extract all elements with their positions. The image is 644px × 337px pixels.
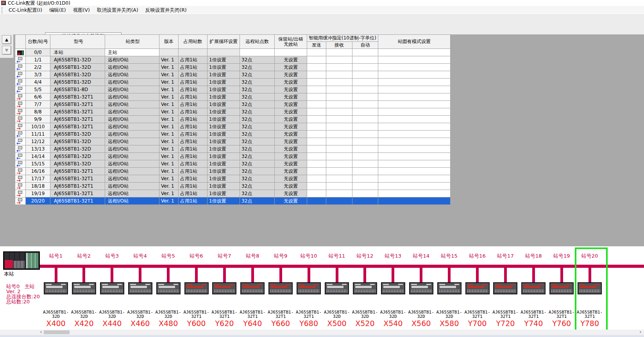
row-up-button[interactable]: ▲ — [2, 35, 11, 44]
cell-points[interactable]: 32点 — [240, 131, 275, 138]
cell-points[interactable]: 32点 — [240, 145, 275, 153]
cell-count-station[interactable]: 13/13 — [26, 145, 50, 153]
cell-reserve[interactable]: 无设置 — [275, 175, 307, 183]
table-row[interactable]: → 9/9 AJ65SBTB1-32T1 远程I/O站 Ver. 1 占用1站 … — [15, 116, 451, 123]
cell-receive[interactable] — [326, 160, 352, 168]
cell-station-type[interactable]: 远程I/O站 — [105, 64, 159, 71]
cell-receive[interactable] — [326, 138, 352, 145]
cell-mode[interactable] — [378, 131, 450, 138]
cell-send[interactable] — [307, 93, 326, 101]
cell-station-type[interactable]: 远程I/O站 — [105, 190, 159, 197]
cell-send[interactable] — [307, 153, 326, 160]
cell-model[interactable]: AJ65SBTB1-32T1 — [50, 197, 105, 205]
remote-device-image[interactable] — [100, 282, 124, 294]
remote-device-image[interactable] — [549, 282, 574, 294]
diagram-station[interactable]: 站号20 AJ65SBTB1-32T1 Y780 — [576, 247, 604, 329]
cell-auto[interactable] — [352, 131, 378, 138]
cell-occupied[interactable]: 占用1站 — [179, 197, 208, 205]
cell-auto[interactable] — [352, 49, 378, 56]
cell-model[interactable]: AJ65SBTB1-32T1 — [50, 190, 105, 197]
table-row[interactable]: → 7/7 AJ65SBTB1-32T1 远程I/O站 Ver. 1 占用1站 … — [15, 101, 451, 108]
cell-station-type[interactable]: 远程I/O站 — [105, 93, 159, 101]
cell-auto[interactable] — [352, 101, 378, 108]
cell-points[interactable]: 32点 — [240, 183, 275, 190]
cell-auto[interactable] — [352, 79, 378, 86]
cell-occupied[interactable]: 占用1站 — [179, 93, 208, 101]
cell-count-station[interactable]: 9/9 — [26, 116, 50, 123]
diagram-station[interactable]: 站号19 AJ65SBTB1-32T1 Y760 — [547, 247, 576, 329]
cell-reserve[interactable]: 无设置 — [275, 131, 307, 138]
cell-station-type[interactable]: 远程I/O站 — [105, 168, 159, 175]
cell-count-station[interactable]: 2/2 — [26, 64, 50, 71]
cell-reserve[interactable]: 无设置 — [275, 190, 307, 197]
cell-version[interactable]: Ver. 1 — [159, 123, 179, 131]
cell-send[interactable] — [307, 116, 326, 123]
cell-occupied[interactable]: 占用1站 — [179, 175, 208, 183]
cell-occupied[interactable]: 占用1站 — [179, 138, 208, 145]
cell-station-type[interactable]: 远程I/O站 — [105, 108, 159, 116]
table-row[interactable]: ← 4/4 AJ65SBTB1-32D 远程I/O站 Ver. 1 占用1站 1… — [15, 79, 451, 86]
diagram-station[interactable]: 站号6 AJ65SBTB1-32T1 Y600 — [182, 247, 211, 329]
menu-edit[interactable]: 编辑(E) — [46, 6, 70, 14]
cell-mode[interactable] — [378, 79, 450, 86]
cell-auto[interactable] — [352, 116, 378, 123]
diagram-station[interactable]: 站号2 AJ65SBTB1-32D X420 — [70, 247, 98, 329]
cell-receive[interactable] — [326, 101, 352, 108]
cell-receive[interactable] — [326, 145, 352, 153]
table-row[interactable]: ← 5/5 AJ65SBTB1-8D 远程I/O站 Ver. 1 占用1站 1倍… — [15, 86, 451, 93]
remote-device-image[interactable] — [521, 282, 546, 294]
cell-station-type[interactable]: 远程I/O站 — [105, 101, 159, 108]
cell-reserve[interactable]: 无设置 — [275, 183, 307, 190]
cell-send[interactable] — [307, 160, 326, 168]
cell-points[interactable]: 32点 — [240, 56, 275, 64]
cell-model[interactable]: 本站 — [50, 49, 105, 56]
table-row[interactable]: ← 14/14 AJ65SBTB1-32D 远程I/O站 Ver. 1 占用1站… — [15, 153, 451, 160]
remote-device-image[interactable] — [465, 282, 490, 294]
cell-station-type[interactable]: 远程I/O站 — [105, 153, 159, 160]
remote-device-image[interactable] — [353, 282, 377, 294]
cell-send[interactable] — [307, 123, 326, 131]
cell-version[interactable]: Ver. 1 — [159, 108, 179, 116]
cell-count-station[interactable]: 8/8 — [26, 108, 50, 116]
cell-version[interactable]: Ver. 1 — [159, 138, 179, 145]
cell-version[interactable]: Ver. 1 — [159, 64, 179, 71]
cell-receive[interactable] — [326, 175, 352, 183]
diagram-station[interactable]: 站号10 AJ65SBTB1-32T1 Y680 — [295, 247, 323, 329]
cell-send[interactable] — [307, 183, 326, 190]
remote-device-image[interactable] — [128, 282, 152, 294]
cell-cyclic[interactable]: 1倍设置 — [208, 175, 240, 183]
table-row[interactable]: → 17/17 AJ65SBTB1-32T1 远程I/O站 Ver. 1 占用1… — [15, 175, 451, 183]
cell-station-type[interactable]: 远程I/O站 — [105, 160, 159, 168]
cell-count-station[interactable]: 7/7 — [26, 101, 50, 108]
cell-station-type[interactable]: 远程I/O站 — [105, 56, 159, 64]
cell-reserve[interactable]: 无设置 — [275, 64, 307, 71]
remote-device-image[interactable] — [297, 282, 321, 294]
cell-count-station[interactable]: 6/6 — [26, 93, 50, 101]
cell-auto[interactable] — [352, 123, 378, 131]
remote-device-image[interactable] — [381, 282, 405, 294]
cell-mode[interactable] — [378, 56, 450, 64]
cell-points[interactable]: 32点 — [240, 86, 275, 93]
cell-send[interactable] — [307, 86, 326, 93]
cell-occupied[interactable]: 占用1站 — [179, 108, 208, 116]
cell-station-type[interactable]: 远程I/O站 — [105, 123, 159, 131]
cell-model[interactable]: AJ65SBTB1-32D — [50, 64, 105, 71]
cell-occupied[interactable]: 占用1站 — [179, 56, 208, 64]
cell-occupied[interactable]: 占用1站 — [179, 160, 208, 168]
cell-mode[interactable] — [378, 145, 450, 153]
diagram-station[interactable]: 站号5 AJ65SBTB1-32D X480 — [154, 247, 182, 329]
cell-occupied[interactable]: 占用1站 — [179, 131, 208, 138]
cell-cyclic[interactable]: 1倍设置 — [208, 56, 240, 64]
scrollbar-thumb[interactable] — [44, 330, 70, 334]
cell-reserve[interactable] — [275, 49, 307, 56]
cell-model[interactable]: AJ65SBTB1-32T1 — [50, 183, 105, 190]
cell-version[interactable]: Ver. 1 — [159, 183, 179, 190]
cell-cyclic[interactable]: 1倍设置 — [208, 93, 240, 101]
cell-occupied[interactable]: 占用1站 — [179, 190, 208, 197]
cell-send[interactable] — [307, 71, 326, 79]
scroll-left-arrow[interactable]: ‹ — [38, 330, 44, 335]
cell-reserve[interactable]: 无设置 — [275, 153, 307, 160]
remote-device-image[interactable] — [156, 282, 181, 294]
remote-device-image[interactable] — [493, 282, 517, 294]
cell-mode[interactable] — [378, 64, 450, 71]
